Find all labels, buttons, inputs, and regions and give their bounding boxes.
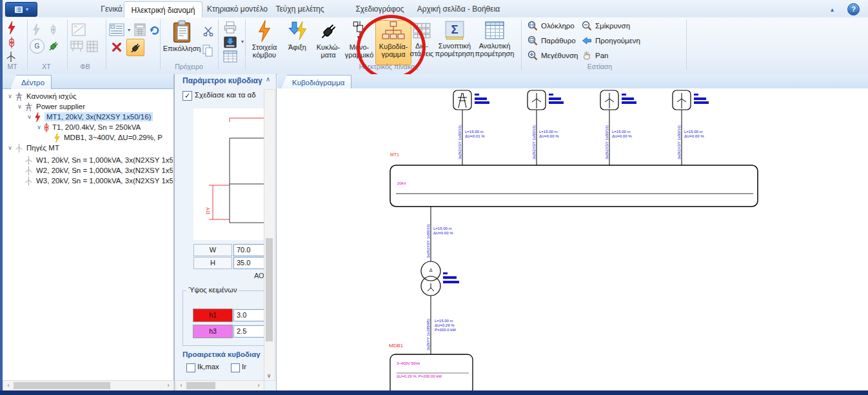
window-border-bottom [0,390,868,395]
zoom-out-button[interactable]: Σμίκρυνση [582,21,630,31]
h1-color-swatch[interactable]: h1 [193,309,233,322]
xt-plug-button[interactable] [46,39,61,53]
circuits-button[interactable]: Κυκλώ- ματα [313,20,343,64]
mdb-voltage-label: 3~400V 50Hz [397,361,420,365]
tree-item-mt1[interactable]: ∨ MT1, 20kV, 3x(N2XSY 1x50/16) [3,112,173,122]
mdb1-panel[interactable] [390,354,473,391]
drawing-canvas[interactable]: Δ [277,88,868,391]
ikmax-checkbox[interactable] [186,363,195,372]
xt-transformer-button[interactable] [46,23,59,36]
previous-arrow-icon [582,35,592,46]
parameters-title: Παράμετροι κυβοδιαγ [182,76,264,85]
cubicle-diagram-button[interactable]: Κυβοδία- γραμμα [375,20,411,65]
arrival-button[interactable]: Άφιξη [282,20,312,64]
width-field-input[interactable]: 70.0 [233,244,266,256]
mt-transformer-button[interactable] [5,35,18,50]
dimensions-button[interactable]: Δια- στάσεις [409,20,435,64]
delete-button[interactable] [110,39,124,54]
scroll-left-icon[interactable]: ‹ [178,382,184,389]
print-button[interactable] [222,20,239,34]
mdb-load-label: ΔU=0.29 %, P=200.00 kW [397,374,442,378]
zoom-full-button[interactable]: Ολόκληρο [528,21,575,31]
tree-tab[interactable]: Δέντρο [10,75,52,89]
params-vscrollbar[interactable]: ∨ [264,89,275,381]
tree-item-w3[interactable]: W3, 20kV, Sn = 1,000kVA, 3x(N2XSY 1x50 [3,176,173,186]
tab-arxiki-voitheia[interactable]: Αρχική σελίδα - Βοήθεια [413,5,504,14]
tree-expander-icon[interactable]: ∨ [6,93,14,99]
canvas-tab[interactable]: Κυβοδιάγραμμα [281,75,351,89]
lightning-yellow-icon [53,133,61,143]
mt-lightning-button[interactable] [5,21,18,35]
scroll-right-icon[interactable]: › [165,382,172,389]
ir-checkbox[interactable] [231,363,240,372]
scroll-thumb[interactable] [14,382,110,389]
single-line-button[interactable]: Μονο- γραμμικό [344,20,374,64]
refresh-button[interactable] [147,23,161,37]
pv-panel-button[interactable] [70,39,84,53]
generator-button[interactable]: G [30,39,44,54]
mt-wind-source-button[interactable] [4,50,18,64]
tree-item-label: W2, 20kV, Sn = 1,000kVA, 3x(N2XSY 1x50 [36,167,173,174]
h1-value-input[interactable]: 3.0 [233,309,266,321]
import-button[interactable] [222,35,239,48]
tree-item-mdb1[interactable]: MDB1, 3~400V, ΔU=0.29%, P [3,132,173,143]
zoom-in-button[interactable]: Μεγέθυνση [528,50,578,61]
tab-genika[interactable]: Γενικά [97,5,126,14]
tree-item-w2[interactable]: W2, 20kV, Sn = 1,000kVA, 3x(N2XSY 1x50 [3,165,173,176]
calculator-icon [134,23,146,36]
calculator-button[interactable] [133,23,147,37]
summary-estimate-button[interactable]: Σ Συνοπτική προμέτρηση [436,20,473,64]
scroll-down-icon[interactable]: ∨ [266,372,272,379]
h3-color-swatch[interactable]: h3 [193,325,233,338]
zoom-window-button[interactable]: Παράθυρο [528,35,576,46]
cut-button[interactable] [202,25,215,37]
copy-button[interactable] [201,43,215,57]
ribbon-collapse-icon[interactable]: ▴ [831,6,834,13]
transformer-t1[interactable]: Δ [421,261,440,296]
pv-inverter-button[interactable] [71,23,86,37]
scroll-right-icon[interactable]: › [255,382,262,389]
tree-item-power-supplier[interactable]: ∨ Power supplier [3,101,173,112]
tree-item-w1[interactable]: W1, 20kV, Sn = 1,000kVA, 3x(N2XSY 1x50 [3,155,173,165]
scroll-thumb[interactable] [186,382,215,389]
panel-collapse-icon[interactable]: ∧ [266,76,270,83]
tab-ktiriako-montelo[interactable]: Κτηριακό μοντέλο [204,5,271,14]
tree-item-t1[interactable]: ∨ T1, 20/0.4kV, Sn = 250kVA [3,122,173,132]
paste-button[interactable]: Επικόλληση [163,20,201,64]
pv-grid-button[interactable] [85,39,99,53]
pan-button[interactable]: Pan [582,50,608,61]
tab-sxediografos[interactable]: Σχεδιογράφος [350,5,409,14]
node-list-button[interactable] [108,23,125,37]
connect-plug-button[interactable] [126,39,144,56]
detailed-estimate-button[interactable]: Αναλυτική προμέτρηση [475,20,515,64]
tab-tefxi-meletis[interactable]: Τεύχη μελέτης [270,5,330,14]
tree-item-piges-mt[interactable]: ∨ Πηγές MT [3,143,173,153]
single-line-icon [351,20,368,42]
tree-item-power-normal[interactable]: ∨ Κανονική ισχύς [3,91,173,101]
height-field-input[interactable]: 35.0 [233,257,266,269]
svg-text:Δ: Δ [429,268,433,272]
h3-value-input[interactable]: 2.5 [233,325,266,338]
copy-icon [202,45,213,57]
tree-expander-icon[interactable]: ∨ [25,114,34,120]
node-list-dropdown[interactable]: ▾ [126,26,132,34]
tree-expander-icon[interactable]: ∨ [6,145,14,151]
xt-lightning-button[interactable] [30,23,43,36]
tab-ilektriki-dianomi[interactable]: Ηλεκτρική διανομή [124,1,202,18]
scroll-thumb[interactable] [266,238,273,341]
tree-expander-icon[interactable]: ∨ [35,124,43,130]
plug-green-icon [47,39,60,52]
delete-x-icon [111,41,123,53]
node-data-button[interactable]: Στοιχεία κόμβου [248,20,281,64]
help-button[interactable]: ? [847,3,860,15]
zoom-extents-icon [528,21,538,31]
table-view-button[interactable] [222,50,239,63]
tree-expander-icon[interactable]: ∨ [15,103,24,110]
busbar-mt1[interactable] [390,165,758,207]
detailed-estimate-label: Αναλυτική προμέτρηση [475,42,515,57]
lightning-orange-icon [257,20,271,42]
zoom-previous-button[interactable]: Προηγούμενη [582,35,640,46]
draw-checkbox[interactable]: ✓ [182,91,192,101]
application-menu-button[interactable]: ▾ [5,2,37,17]
scroll-left-icon[interactable]: ‹ [5,382,12,389]
